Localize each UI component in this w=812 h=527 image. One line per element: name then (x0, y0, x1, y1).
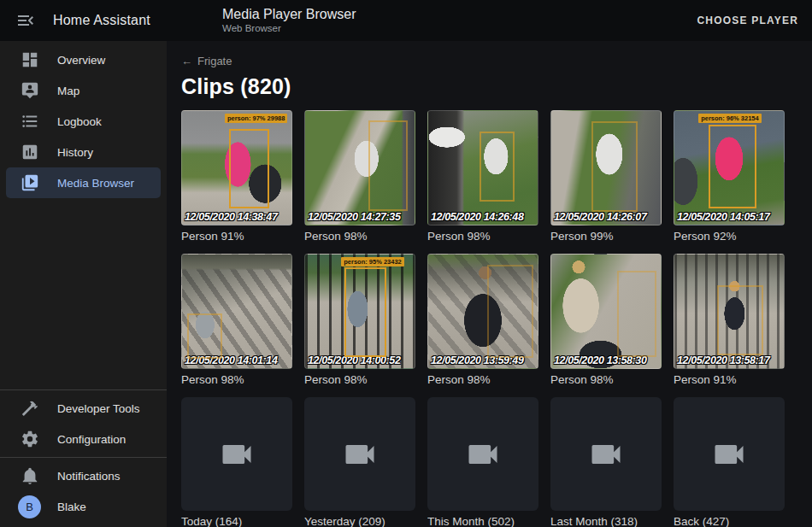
sidebar-item-configuration[interactable]: Configuration (6, 424, 161, 454)
clip-thumbnail[interactable]: person: 96% 32154 12/05/2020 14:05:17 (674, 110, 785, 225)
clip-thumbnail[interactable]: 12/05/2020 13:59:49 (427, 254, 538, 369)
sidebar-item-logbook[interactable]: Logbook (6, 106, 161, 137)
folder-thumbnail-back[interactable] (674, 397, 785, 511)
sidebar-item-history[interactable]: History (6, 137, 161, 167)
list-icon (21, 112, 39, 131)
folder-label: Today (164) (181, 515, 292, 527)
player-title: Media Player Browser (222, 7, 356, 22)
sidebar-item-user[interactable]: B Blake (6, 491, 161, 522)
clip-label: Person 92% (674, 230, 785, 244)
clip-label: Person 99% (550, 230, 662, 244)
video-camera-icon (218, 436, 256, 473)
detection-box (344, 267, 386, 357)
menu-open-icon[interactable] (15, 10, 36, 31)
main-content: ← Frigate Clips (820) person: 97% 29988 … (167, 41, 812, 527)
folder-label: Back (427) (674, 515, 785, 527)
clip-label: Person 98% (550, 373, 662, 388)
choose-player-button[interactable]: CHOOSE PLAYER (686, 8, 809, 33)
breadcrumb-back[interactable]: ← Frigate (181, 55, 232, 67)
app-title: Home Assistant (53, 13, 150, 28)
app-bar-left: Home Assistant (0, 10, 167, 31)
breadcrumb-label: Frigate (197, 55, 232, 67)
clip-label: Person 98% (304, 373, 415, 388)
detection-box (487, 265, 533, 358)
detection-box (187, 313, 222, 359)
sidebar-item-developer-tools[interactable]: Developer Tools (6, 393, 161, 424)
media-browser-icon (21, 173, 39, 192)
clip-card: 12/05/2020 14:26:48 Person 98% (427, 110, 538, 244)
hammer-icon (21, 399, 39, 418)
folder-card: Yesterday (209) (304, 397, 415, 527)
detection-box (709, 125, 756, 208)
player-header: Media Player Browser Web Browser (222, 7, 356, 35)
clip-timestamp: 12/05/2020 13:58:17 (677, 354, 769, 366)
clip-thumbnail[interactable]: person: 95% 23432 12/05/2020 14:00:52 (304, 254, 415, 369)
video-camera-icon (464, 436, 502, 473)
clip-timestamp: 12/05/2020 14:26:48 (431, 211, 523, 223)
detection-chip: person: 95% 23432 (341, 257, 404, 266)
bell-icon (21, 466, 39, 485)
detection-box (229, 129, 269, 208)
folder-card: Back (427) (674, 397, 785, 527)
folder-card: Today (164) (181, 397, 292, 527)
clip-label: Person 91% (181, 230, 292, 244)
clip-card: person: 96% 32154 12/05/2020 14:05:17 Pe… (674, 110, 785, 244)
clip-thumbnail[interactable]: 12/05/2020 14:01:14 (181, 254, 292, 369)
clip-label: Person 98% (181, 373, 292, 388)
app-bar: Home Assistant Media Player Browser Web … (0, 0, 812, 41)
sidebar-item-map[interactable]: Map (6, 75, 161, 106)
detection-box (480, 132, 515, 202)
map-icon (21, 81, 39, 100)
clip-timestamp: 12/05/2020 14:05:17 (677, 211, 769, 223)
video-camera-icon (587, 436, 625, 473)
sidebar: Overview Map Logbook History Media Brows… (0, 41, 167, 527)
clip-thumbnail[interactable]: 12/05/2020 14:26:07 (550, 110, 662, 225)
sidebar-item-notifications[interactable]: Notifications (6, 460, 161, 491)
avatar: B (18, 495, 41, 518)
clip-card: person: 97% 29988 12/05/2020 14:38:47 Pe… (181, 110, 292, 244)
video-camera-icon (341, 436, 379, 473)
clip-label: Person 98% (427, 230, 538, 244)
clip-label: Person 98% (304, 230, 415, 244)
folder-label: Yesterday (209) (304, 515, 415, 527)
clip-timestamp: 12/05/2020 14:38:47 (185, 211, 277, 223)
gear-icon (21, 430, 39, 448)
folder-label: Last Month (318) (550, 515, 662, 527)
clip-card: 12/05/2020 14:01:14 Person 98% (181, 254, 292, 388)
detection-box (368, 120, 408, 211)
sidebar-item-overview[interactable]: Overview (6, 44, 161, 75)
dashboard-icon (21, 50, 39, 69)
page-title: Clips (820) (181, 74, 812, 99)
back-arrow-icon: ← (181, 55, 192, 67)
folder-label: This Month (502) (427, 515, 538, 527)
clip-card: 12/05/2020 13:58:17 Person 91% (674, 254, 785, 388)
folder-thumbnail-last-month[interactable] (550, 397, 662, 511)
clip-timestamp: 12/05/2020 14:26:07 (554, 211, 646, 223)
detection-chip: person: 97% 29988 (225, 114, 288, 123)
sidebar-divider-bottom (0, 457, 167, 458)
clip-label: Person 91% (674, 373, 785, 388)
player-subtitle: Web Browser (222, 23, 356, 34)
clip-thumbnail[interactable]: 12/05/2020 13:58:17 (674, 254, 785, 369)
clip-thumbnail[interactable]: 12/05/2020 14:27:35 (304, 110, 415, 225)
folder-card: This Month (502) (427, 397, 538, 527)
clip-thumbnail[interactable]: 12/05/2020 13:58:30 (550, 254, 662, 369)
clips-grid: person: 97% 29988 12/05/2020 14:38:47 Pe… (181, 110, 812, 527)
clip-thumbnail[interactable]: person: 97% 29988 12/05/2020 14:38:47 (181, 110, 292, 225)
folder-thumbnail-yesterday[interactable] (304, 397, 415, 511)
clip-card: 12/05/2020 13:58:30 Person 98% (550, 254, 662, 388)
detection-chip: person: 96% 32154 (698, 114, 762, 123)
clip-card: person: 95% 23432 12/05/2020 14:00:52 Pe… (304, 254, 415, 388)
video-camera-icon (710, 436, 748, 473)
detection-box (617, 271, 656, 357)
clip-label: Person 98% (427, 373, 538, 388)
chart-icon (21, 143, 39, 161)
sidebar-item-media-browser[interactable]: Media Browser (6, 167, 161, 198)
clip-thumbnail[interactable]: 12/05/2020 14:26:48 (427, 110, 538, 225)
clip-timestamp: 12/05/2020 14:27:35 (308, 211, 400, 223)
detection-box (717, 285, 763, 355)
folder-thumbnail-this-month[interactable] (427, 397, 538, 511)
sidebar-divider-top (0, 389, 167, 390)
folder-thumbnail-today[interactable] (181, 397, 292, 511)
clip-card: 12/05/2020 14:27:35 Person 98% (304, 110, 415, 244)
